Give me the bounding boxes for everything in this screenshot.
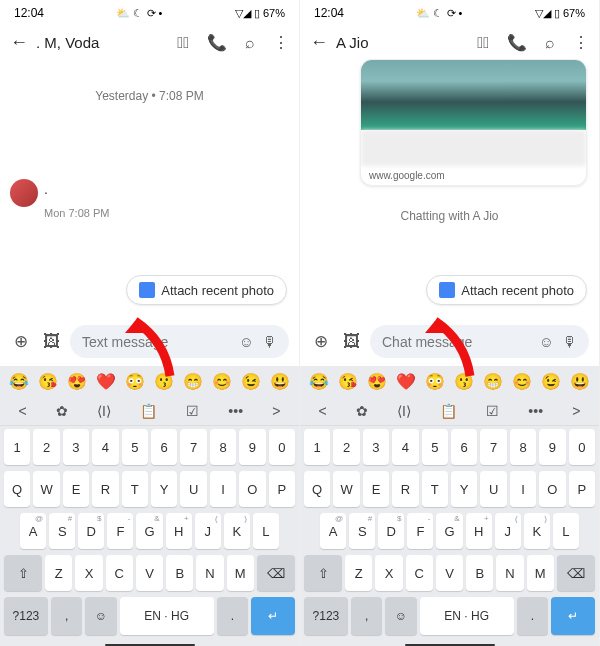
emoji[interactable]: 😂 [9,372,29,391]
key-V[interactable]: V [436,555,463,591]
key-A[interactable]: @A [20,513,46,549]
emoji[interactable]: 😉 [241,372,261,391]
emoji[interactable]: ❤️ [96,372,116,391]
attach-photo-button[interactable]: Attach recent photo [426,275,587,305]
shift-key[interactable]: ⇧ [4,555,42,591]
key-P[interactable]: P [269,471,295,507]
plus-icon[interactable]: ⊕ [10,331,32,353]
attach-photo-button[interactable]: Attach recent photo [126,275,287,305]
key-B[interactable]: B [466,555,493,591]
shift-key[interactable]: ⇧ [304,555,342,591]
key-X[interactable]: X [375,555,402,591]
link-preview-card[interactable]: www.google.com [360,59,587,186]
emoji-icon[interactable]: ☺ [239,333,254,350]
key-Z[interactable]: Z [345,555,372,591]
emoji[interactable]: 😁 [483,372,503,391]
phone-icon[interactable]: 📞 [507,33,527,52]
key-T[interactable]: T [122,471,148,507]
more-icon[interactable]: ⋮ [573,33,589,52]
key-J[interactable]: (J [495,513,521,549]
key-I[interactable]: I [510,471,536,507]
key-C[interactable]: C [406,555,433,591]
mic-icon[interactable]: 🎙 [562,333,577,350]
key-L[interactable]: L [253,513,279,549]
gallery-icon[interactable]: 🖼 [340,331,362,353]
key-K[interactable]: )K [524,513,550,549]
period-key[interactable]: . [217,597,248,635]
key-E[interactable]: E [363,471,389,507]
tool-item[interactable]: 📋 [440,403,457,419]
key-R[interactable]: R [92,471,118,507]
key-6[interactable]: 6 [451,429,477,465]
key-W[interactable]: W [33,471,59,507]
key-J[interactable]: (J [195,513,221,549]
emoji[interactable]: 😘 [38,372,58,391]
key-B[interactable]: B [166,555,193,591]
space-key[interactable]: EN · HG [120,597,214,635]
symbols-key[interactable]: ?123 [4,597,48,635]
emoji[interactable]: 😊 [212,372,232,391]
key-L[interactable]: L [553,513,579,549]
tool-item[interactable]: ⟨I⟩ [97,403,111,419]
key-2[interactable]: 2 [333,429,359,465]
space-key[interactable]: EN · HG [420,597,514,635]
key-V[interactable]: V [136,555,163,591]
search-icon[interactable]: ⌕ [545,34,555,52]
key-7[interactable]: 7 [480,429,506,465]
emoji[interactable]: 😍 [367,372,387,391]
gallery-icon[interactable]: 🖼 [40,331,62,353]
emoji[interactable]: ❤️ [396,372,416,391]
period-key[interactable]: . [517,597,548,635]
key-Y[interactable]: Y [451,471,477,507]
key-1[interactable]: 1 [304,429,330,465]
key-5[interactable]: 5 [122,429,148,465]
tool-row[interactable]: <✿⟨I⟩📋☑•••> [0,397,299,426]
emoji[interactable]: 😂 [309,372,329,391]
key-0[interactable]: 0 [269,429,295,465]
key-8[interactable]: 8 [210,429,236,465]
key-P[interactable]: P [569,471,595,507]
key-O[interactable]: O [539,471,565,507]
key-6[interactable]: 6 [151,429,177,465]
key-H[interactable]: +H [466,513,492,549]
comma-key[interactable]: , [351,597,382,635]
key-M[interactable]: M [227,555,254,591]
key-N[interactable]: N [496,555,523,591]
key-M[interactable]: M [527,555,554,591]
key-5[interactable]: 5 [422,429,448,465]
contact-name[interactable]: . M, Voda [36,34,169,51]
video-call-icon[interactable]: ▢⃝ [477,34,489,52]
key-1[interactable]: 1 [4,429,30,465]
emoji[interactable]: 😘 [338,372,358,391]
key-D[interactable]: $D [78,513,104,549]
key-2[interactable]: 2 [33,429,59,465]
emoji-key[interactable]: ☺ [85,597,116,635]
emoji[interactable]: 😃 [570,372,590,391]
key-3[interactable]: 3 [363,429,389,465]
key-9[interactable]: 9 [539,429,565,465]
search-icon[interactable]: ⌕ [245,34,255,52]
tool-item[interactable]: < [19,403,27,419]
keyboard[interactable]: 😂😘😍❤️😳😗😁😊😉😃 <✿⟨I⟩📋☑•••> 1234567890 QWERT… [0,366,299,646]
tool-item[interactable]: > [572,403,580,419]
emoji-icon[interactable]: ☺ [539,333,554,350]
key-7[interactable]: 7 [180,429,206,465]
tool-item[interactable]: ••• [228,403,243,419]
tool-item[interactable]: ☑ [186,403,199,419]
avatar[interactable] [10,179,38,207]
mic-icon[interactable]: 🎙 [262,333,277,350]
backspace-key[interactable]: ⌫ [257,555,295,591]
key-4[interactable]: 4 [92,429,118,465]
backspace-key[interactable]: ⌫ [557,555,595,591]
key-G[interactable]: &G [436,513,462,549]
key-3[interactable]: 3 [63,429,89,465]
key-F[interactable]: -F [407,513,433,549]
key-Q[interactable]: Q [304,471,330,507]
key-W[interactable]: W [333,471,359,507]
key-E[interactable]: E [63,471,89,507]
phone-icon[interactable]: 📞 [207,33,227,52]
key-F[interactable]: -F [107,513,133,549]
enter-key[interactable]: ↵ [551,597,595,635]
comma-key[interactable]: , [51,597,82,635]
key-X[interactable]: X [75,555,102,591]
